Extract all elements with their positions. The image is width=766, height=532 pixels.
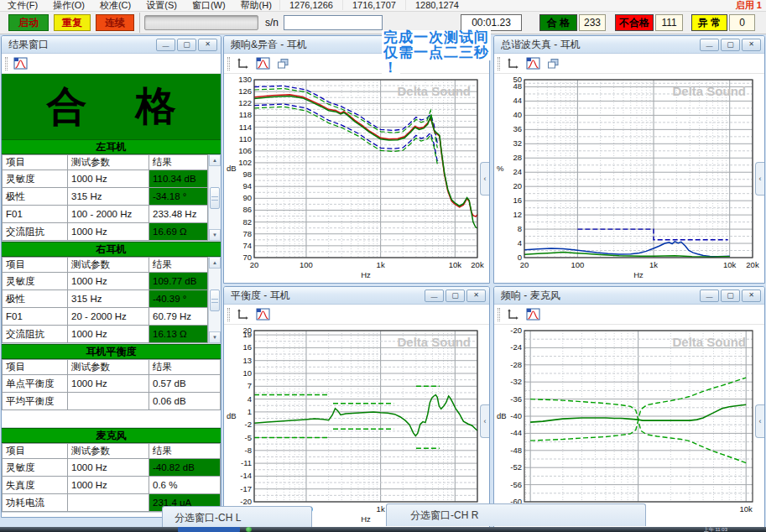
close-icon[interactable] xyxy=(742,289,761,302)
svg-text:106: 106 xyxy=(238,146,252,155)
column-header: 测试参数 xyxy=(68,360,149,375)
maximize-icon[interactable] xyxy=(446,289,465,302)
table-scrollbar[interactable] xyxy=(208,154,221,241)
table-row: 失真度1000 Hz0.6 % xyxy=(3,477,221,494)
cell: 灵敏度 xyxy=(3,273,68,290)
scroll-down-icon[interactable] xyxy=(209,331,221,343)
collapse-panel-icon[interactable] xyxy=(755,162,764,196)
chart-titlebar[interactable]: 总谐波失真 - 耳机 xyxy=(494,36,764,54)
svg-text:20: 20 xyxy=(520,260,529,269)
axes-icon[interactable] xyxy=(505,56,520,71)
column-header: 结果 xyxy=(149,444,221,459)
svg-text:-17: -17 xyxy=(240,484,252,493)
svg-text:Hz: Hz xyxy=(361,514,371,524)
result-table: 项目测试参数结果灵敏度1000 Hz110.34 dB极性315 Hz-34.1… xyxy=(2,154,221,242)
axes-icon[interactable] xyxy=(505,307,520,322)
column-header: 项目 xyxy=(3,155,68,170)
result-cell: 0.57 dB xyxy=(149,375,221,393)
menu-item[interactable]: 校准(C) xyxy=(92,0,138,10)
chart-window-fr-microphone: 频响 - 麦克风 Delta Sound-20-24-28-32-36-40-4… xyxy=(493,286,765,529)
svg-text:48: 48 xyxy=(513,81,522,91)
svg-text:7: 7 xyxy=(248,381,252,390)
start-button[interactable]: 启动 xyxy=(8,14,49,31)
scroll-up-icon[interactable] xyxy=(209,257,221,269)
cell: 极性 xyxy=(3,290,68,308)
collapse-panel-icon[interactable] xyxy=(480,162,489,196)
maximize-icon[interactable] xyxy=(721,39,740,51)
curve-view-icon[interactable] xyxy=(255,56,270,71)
scrollbar-thumb[interactable] xyxy=(210,187,220,209)
minimize-icon[interactable] xyxy=(425,289,444,302)
minimize-icon[interactable] xyxy=(700,289,719,302)
svg-text:94: 94 xyxy=(242,181,252,190)
maximize-icon[interactable] xyxy=(177,39,196,51)
svg-text:1: 1 xyxy=(248,407,252,416)
cascade-windows-icon[interactable] xyxy=(545,56,560,71)
section-header: 右耳机 xyxy=(2,242,221,257)
serial-number-input[interactable] xyxy=(284,15,383,30)
table-row: 平均平衡度0.06 dB xyxy=(3,393,221,410)
toolbar-grip xyxy=(227,57,230,70)
menu-item[interactable]: 文件(F) xyxy=(0,0,45,10)
close-icon[interactable] xyxy=(466,289,486,302)
section-header: 左耳机 xyxy=(2,139,221,154)
svg-text:8: 8 xyxy=(518,224,522,233)
curve-view-icon[interactable] xyxy=(525,56,540,71)
axes-icon[interactable] xyxy=(235,56,250,71)
scroll-down-icon[interactable] xyxy=(209,229,221,241)
scroll-up-icon[interactable] xyxy=(209,154,221,166)
pass-count: 233 xyxy=(579,14,606,31)
table-row: 极性315 Hz-40.39 ° xyxy=(3,290,208,308)
svg-text:10k: 10k xyxy=(740,504,753,514)
cell: F01 xyxy=(3,308,68,326)
menu-item[interactable]: 窗口(W) xyxy=(185,0,233,10)
menu-item[interactable]: 设置(S) xyxy=(138,0,185,10)
curve-view-icon[interactable] xyxy=(13,56,28,71)
collapse-panel-icon[interactable] xyxy=(480,404,489,438)
sorting-window-ch-l[interactable]: 分选窗口-CH L xyxy=(162,506,312,529)
svg-text:-56: -56 xyxy=(510,480,522,489)
close-icon[interactable] xyxy=(742,39,761,51)
repeat-button[interactable]: 重复 xyxy=(54,14,91,31)
svg-text:-2: -2 xyxy=(245,420,252,429)
svg-text:dB: dB xyxy=(227,164,237,173)
minimize-icon[interactable] xyxy=(700,39,719,51)
continuous-button[interactable]: 连续 xyxy=(96,14,134,31)
curve-view-icon[interactable] xyxy=(255,307,270,322)
results-window-titlebar[interactable]: 结果窗口 xyxy=(2,36,221,54)
taskbar-start-icon[interactable] xyxy=(246,527,252,532)
cascade-windows-icon[interactable] xyxy=(275,56,290,71)
svg-text:10: 10 xyxy=(242,368,252,378)
cell: 灵敏度 xyxy=(3,459,68,477)
sorting-window-ch-r[interactable]: 分选窗口-CH R xyxy=(386,503,646,526)
svg-text:20: 20 xyxy=(250,260,259,269)
cell: 1000 Hz xyxy=(68,326,149,343)
svg-text:44: 44 xyxy=(513,96,522,105)
table-scrollbar[interactable] xyxy=(208,257,221,343)
abnormal-indicator: 异 常 xyxy=(691,14,727,31)
svg-text:Delta Sound: Delta Sound xyxy=(397,84,471,98)
cell: 20 - 2000 Hz xyxy=(68,308,149,326)
cell: 1000 Hz xyxy=(68,273,149,290)
curve-view-icon[interactable] xyxy=(525,307,540,322)
result-table: 项目测试参数结果灵敏度1000 Hz-40.82 dB失真度1000 Hz0.6… xyxy=(2,443,221,513)
svg-text:dB: dB xyxy=(497,411,507,420)
svg-text:-32: -32 xyxy=(510,377,522,386)
close-icon[interactable] xyxy=(198,39,217,51)
svg-text:86: 86 xyxy=(242,205,252,214)
svg-text:100: 100 xyxy=(300,260,313,269)
chart-titlebar[interactable]: 平衡度 - 耳机 xyxy=(224,287,489,305)
scrollbar-thumb[interactable] xyxy=(210,289,220,311)
svg-text:1k: 1k xyxy=(377,504,385,514)
taskbar-app-button[interactable] xyxy=(178,527,240,532)
maximize-icon[interactable] xyxy=(721,289,740,302)
menu-item[interactable]: 操作(O) xyxy=(45,0,92,10)
menu-item[interactable]: 帮助(H) xyxy=(233,0,279,10)
svg-text:90: 90 xyxy=(242,193,252,202)
axes-icon[interactable] xyxy=(235,307,250,322)
result-cell: 16.69 Ω xyxy=(149,223,208,241)
chart-titlebar[interactable]: 频响 - 麦克风 xyxy=(494,287,764,305)
minimize-icon[interactable] xyxy=(156,39,175,51)
svg-text:12: 12 xyxy=(513,210,522,219)
collapse-panel-icon[interactable] xyxy=(755,404,764,438)
